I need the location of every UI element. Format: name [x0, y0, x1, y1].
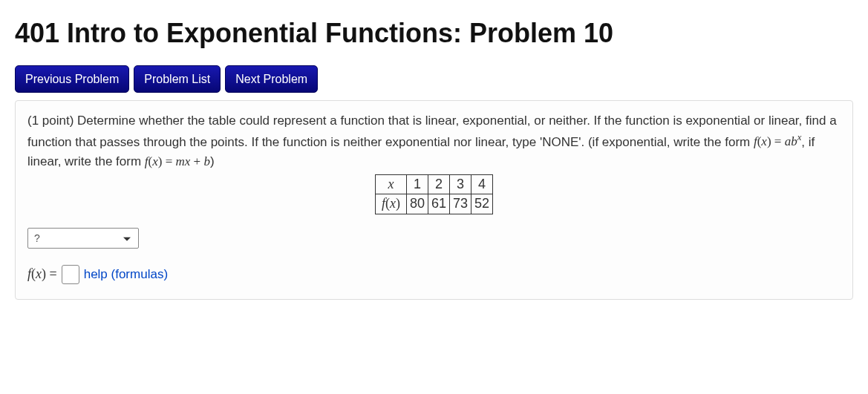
problem-statement: (1 point) Determine whether the table co…	[27, 111, 841, 171]
x-row-header: x	[375, 174, 406, 194]
fx-cell: 61	[428, 194, 449, 214]
problem-nav: Previous Problem Problem List Next Probl…	[15, 65, 853, 93]
x-cell: 2	[428, 174, 449, 194]
help-formulas-link[interactable]: help (formulas)	[84, 267, 168, 282]
statement-part1: Determine whether the table could repres…	[27, 114, 837, 148]
x-cell: 3	[450, 174, 471, 194]
math-exponential-form: f(x) = abx	[754, 134, 801, 148]
fx-cell: 80	[406, 194, 428, 214]
fx-equals-label: f(x) =	[27, 266, 57, 282]
table-row: f(x) 80 61 73 52	[375, 194, 492, 214]
problem-body: (1 point) Determine whether the table co…	[15, 100, 853, 299]
statement-part3: )	[210, 154, 215, 168]
math-linear-form: f(x) = mx + b	[145, 154, 210, 168]
x-cell: 1	[406, 174, 428, 194]
answer-row: f(x) = help (formulas)	[27, 265, 841, 284]
next-problem-button[interactable]: Next Problem	[225, 65, 318, 93]
points-label: (1 point)	[27, 114, 77, 128]
fx-row-header: f(x)	[375, 194, 406, 214]
data-table: x 1 2 3 4 f(x) 80 61 73 52	[375, 174, 493, 214]
function-type-selected: ?	[34, 232, 40, 244]
fx-cell: 52	[471, 194, 493, 214]
problem-list-button[interactable]: Problem List	[134, 65, 221, 93]
table-row: x 1 2 3 4	[375, 174, 492, 194]
fx-cell: 73	[450, 194, 471, 214]
function-answer-input[interactable]	[62, 265, 79, 284]
function-type-select[interactable]: ?	[27, 228, 139, 249]
page-title: 401 Intro to Exponential Functions: Prob…	[15, 18, 853, 49]
x-cell: 4	[471, 174, 493, 194]
previous-problem-button[interactable]: Previous Problem	[15, 65, 129, 93]
